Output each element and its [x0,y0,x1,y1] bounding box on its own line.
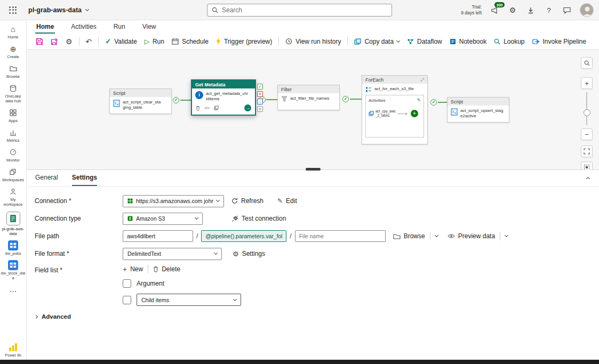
sidebar-item-home[interactable]: ⌂ Home [0,25,27,39]
activity-get-metadata[interactable]: Get Metadata i act_get_metadata_childite… [191,79,256,116]
sidebar-item-browse[interactable]: Browse [0,64,27,79]
sidebar-item-create[interactable]: ⊕ Create [0,44,27,59]
pipeline-settings-button[interactable]: ⚙ [62,35,76,48]
delete-activity-icon[interactable] [196,106,200,111]
add-next-activity-icon[interactable]: → [244,104,251,111]
argument-checkbox[interactable] [123,279,131,288]
port-on-failure[interactable]: ✕ [257,91,263,97]
clone-activity-icon[interactable] [214,106,219,110]
add-inner-activity-button[interactable]: + [411,110,418,117]
sidebar-item-monitor[interactable]: Monitor [0,148,27,163]
sidebar-item-current-pipeline[interactable]: pl-grab-aws-data [0,212,27,236]
connection-label: Connection * [35,197,123,205]
preview-options-chevron[interactable] [505,233,508,237]
help-icon[interactable]: ? [544,4,554,16]
zoom-out-button[interactable]: − [581,128,593,140]
tab-settings[interactable]: Settings [72,174,97,186]
child-items-dropdown[interactable]: Child items [137,294,241,306]
sidebar-item-power-bi[interactable]: Power BI [0,343,27,358]
more-options-icon[interactable]: ⋯ [10,287,17,295]
search-input[interactable] [222,6,387,14]
tab-run[interactable]: Run [113,22,126,34]
announcement-icon[interactable]: 300 [489,4,500,16]
bucket-input[interactable] [123,230,193,242]
trigger-button[interactable]: Trigger (preview) [212,35,276,48]
preview-data-button[interactable]: Preview data [448,232,495,240]
refresh-button[interactable]: Refresh [231,197,263,205]
undo-button[interactable]: ↶ [82,35,96,48]
inner-activity-name[interactable]: act_cpy_aws_2_fabric [376,109,396,118]
validate-button[interactable]: ✓ Validate [101,35,140,48]
schedule-button[interactable]: Schedule [168,35,212,48]
port-on-success[interactable]: ✓ [257,84,263,90]
delete-field-button[interactable]: Delete [153,265,180,273]
sidebar-item-workspaces[interactable]: Workspaces [0,167,27,182]
code-view-icon[interactable]: </> [204,106,210,110]
connection-type-dropdown[interactable]: Amazon S3 [123,213,203,225]
global-search[interactable] [207,4,392,17]
pipeline-canvas[interactable]: ✓ ✓ ✓ ✓ Script act_script_clear_staging_… [27,50,599,169]
folder-parameter-input[interactable] [201,230,286,242]
notebook-button[interactable]: Notebook [446,35,490,48]
expand-icon[interactable]: ⤢ [421,77,424,83]
invoke-pipeline-icon [532,38,540,45]
activity-script-clear-staging[interactable]: Script act_script_clear_staging_table [109,88,172,114]
waffle-menu-icon[interactable] [9,6,17,14]
fit-to-screen-button[interactable] [581,145,593,157]
browse-button[interactable]: Browse [393,232,425,240]
sidebar-item-dw-stock-data[interactable]: dw_stock_data [0,261,27,280]
invoke-pipeline-button[interactable]: Invoke Pipeline [529,35,590,48]
tab-activities[interactable]: Activities [70,22,97,34]
run-button[interactable]: ▷ Run [141,35,168,48]
toolbar-divider [79,37,79,46]
sidebar-item-dw-pubs[interactable]: dw_pubs [0,241,27,256]
reset-zoom-button[interactable] [581,161,593,169]
file-format-dropdown[interactable]: DelimitedText [123,248,222,260]
activity-filter[interactable]: Filter act_filter_file_names [277,85,340,110]
tab-home[interactable]: Home [35,22,55,34]
zoom-slider-knob[interactable] [584,109,590,116]
zoom-slider-track[interactable] [586,92,587,125]
canvas-search-button[interactable] [581,57,593,69]
chevron-down-icon [396,38,400,42]
user-avatar[interactable] [580,3,594,17]
file-name-input[interactable] [295,230,386,242]
advanced-toggle[interactable]: Advanced [35,313,599,320]
settings-gear-icon[interactable]: ⚙ [507,4,518,16]
notification-badge: 300 [494,2,505,7]
pipeline-title-dropdown[interactable]: pl-grab-aws-data [28,6,89,14]
zoom-in-button[interactable]: + [581,77,593,89]
sidebar-item-my-workspace[interactable]: My workspace [0,187,27,207]
activity-script-upsert[interactable]: Script act_script_upsert_stage2active [447,97,509,123]
child-items-checkbox[interactable] [123,296,131,304]
save-button[interactable] [32,35,47,48]
field-list-label: Field list * [35,265,123,274]
port-on-skip[interactable]: ⊘ [257,106,263,112]
view-run-history-button[interactable]: View run history [282,35,345,48]
sidebar-item-metrics[interactable]: Metrics [0,128,27,143]
activity-type-label: Filter [278,85,339,93]
panel-resize-handle[interactable] [306,168,321,171]
format-settings-button[interactable]: ⚙ Settings [233,250,265,258]
activity-foreach[interactable]: ForEach ⤢ act_for_each_s3_file Activitie… [362,75,428,144]
port-on-completion[interactable]: → [257,99,263,104]
top-bar: pl-grab-aws-data Trial: 9 days left 300 … [0,0,599,20]
download-icon[interactable] [525,4,536,16]
save-as-button[interactable] [47,35,62,48]
test-connection-button[interactable]: Test connection [231,215,286,222]
copy-data-button[interactable]: Copy data [350,35,403,48]
edit-pencil-icon[interactable]: ✎ [417,98,421,103]
tab-general[interactable]: General [35,174,58,186]
dataflow-button[interactable]: Dataflow [403,35,446,48]
new-field-button[interactable]: + New [123,265,143,273]
lookup-button[interactable]: Lookup [490,35,528,48]
edit-button[interactable]: ✎ Edit [277,197,297,205]
toolbar-divider [98,37,99,46]
sidebar-item-apps[interactable]: Apps [0,108,27,123]
browse-options-chevron[interactable] [435,233,438,237]
foreach-activities-container[interactable]: Activities ✎ act_cpy_aws_2_fabric + [365,95,424,137]
tab-view[interactable]: View [141,22,157,34]
connection-dropdown[interactable]: https://s3.amazonaws.com john [123,195,224,207]
sidebar-item-onelake[interactable]: OneLake data hub [0,84,27,103]
feedback-icon[interactable] [562,4,572,16]
